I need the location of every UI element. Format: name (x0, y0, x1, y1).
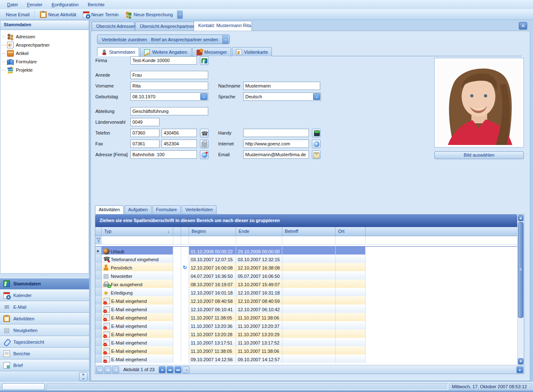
table-row[interactable]: ▶Urlaub01.10.2008 00:00:2229.10.2008 00:… (95, 246, 517, 255)
mobile-button[interactable] (312, 129, 321, 137)
subtab-visitenkarte[interactable]: Visitenkarte (232, 47, 272, 56)
grid-vertical-scrollbar[interactable]: ▲ ▼ (517, 215, 524, 365)
table-row[interactable]: ☎Telefonanruf eingehend03.10.2007 12:07:… (95, 255, 517, 263)
close-tab-icon[interactable]: ✕ (519, 22, 527, 30)
actions-dropdown-button[interactable] (222, 35, 229, 44)
table-row[interactable]: E-Mail eingehend11.10.2007 13:17:5111.10… (95, 338, 517, 346)
column-header-beginn[interactable]: Beginn (189, 227, 236, 236)
pager-next-button[interactable] (159, 366, 166, 373)
chevron-down-icon[interactable] (200, 93, 207, 100)
new-appointment-button[interactable]: Neuer Termin (80, 10, 122, 19)
handy-field[interactable] (243, 129, 309, 137)
firma-field[interactable] (130, 56, 197, 65)
send-letter-button[interactable]: Brief an Ansprechpartner senden (151, 37, 222, 42)
filter-cell[interactable] (181, 236, 189, 244)
nav-item-berichte[interactable]: Berichte (0, 348, 89, 360)
dial-phone-button[interactable]: ☎ (200, 129, 209, 137)
collapse-chevrons-button[interactable]: »⌄ (79, 372, 87, 381)
abteilung-field[interactable] (130, 107, 208, 115)
chevron-down-icon[interactable] (313, 93, 320, 100)
subtab-messenger[interactable]: Messenger (192, 47, 231, 56)
nav-item-brief[interactable]: Brief (0, 360, 89, 371)
tree-item-formulare[interactable]: Formulare (1, 57, 88, 66)
new-email-button[interactable]: Neue Email (2, 10, 33, 19)
filter-cell[interactable] (102, 236, 173, 244)
table-row[interactable]: E-Mail eingehend11.10.2007 11:38:0511.10… (95, 313, 517, 321)
select-image-button[interactable]: Bild auswählen (434, 151, 524, 159)
send-fax-button[interactable] (200, 140, 209, 148)
geburtstag-datepicker[interactable]: 08.10.1970 (130, 92, 208, 101)
scroll-down-icon[interactable]: ▼ (518, 358, 523, 365)
pager-prev-page-button[interactable] (104, 366, 111, 373)
scroll-up-icon[interactable]: ▲ (518, 215, 523, 221)
telefon-vorwahl-field[interactable] (130, 129, 159, 137)
column-header-typ[interactable]: Typ (102, 227, 173, 236)
adresse-firma-field[interactable] (130, 150, 197, 159)
internet-field[interactable] (243, 140, 309, 148)
nav-item-neuigkeiten[interactable]: ▤ Neuigkeiten (0, 325, 89, 336)
anrede-field[interactable] (130, 71, 208, 79)
telefon-nummer-field[interactable] (162, 129, 197, 137)
send-email-button[interactable] (312, 150, 321, 159)
table-row[interactable]: E-Mail eingehend11.10.2007 11:38:0511.10… (95, 346, 517, 355)
tab-verteilerlisten[interactable]: Verteilerlisten (182, 205, 217, 214)
tab-uebersicht-adressen[interactable]: Übersicht Adressen (92, 22, 134, 31)
filter-cell[interactable] (336, 236, 366, 244)
hscroll-left-icon[interactable] (182, 366, 189, 373)
subtab-weitere-angaben[interactable]: Weitere Angaben (140, 47, 191, 56)
column-header-ende[interactable]: Ende (236, 227, 282, 236)
tab-aktivitaeten[interactable]: Aktivitäten (95, 205, 124, 214)
grid-filter-row[interactable] (95, 236, 517, 245)
nav-item-stammdaten[interactable]: Stammdaten (0, 278, 89, 290)
nav-item-kalender[interactable]: Kalender (0, 290, 89, 301)
sprache-select[interactable]: Deutsch (243, 92, 321, 101)
filter-cell[interactable] (236, 236, 282, 244)
column-header-ort[interactable]: Ort (336, 227, 366, 236)
hscroll-right-icon[interactable] (516, 366, 523, 373)
filter-cell[interactable] (189, 236, 236, 244)
tree-item-adressen[interactable]: Adressen (1, 32, 88, 41)
scrollbar-thumb[interactable] (518, 222, 523, 318)
tree-item-artikel[interactable]: Artikel (1, 49, 88, 57)
tab-kontakt-mustermann-rita[interactable]: Kontakt: Mustermann Rita (194, 21, 252, 31)
table-row[interactable]: Persönlich↻12.10.2007 16:00:0812.10.2007… (95, 263, 517, 271)
tab-formulare[interactable]: Formulare (152, 205, 181, 214)
fax-vorwahl-field[interactable] (130, 140, 159, 148)
menu-berichte[interactable]: Berichte (83, 1, 109, 8)
vorname-field[interactable] (130, 82, 208, 90)
assign-distribution-list-button[interactable]: Verteilerliste zuordnen (102, 37, 151, 42)
pager-next-page-button[interactable] (167, 366, 174, 373)
column-header-attach[interactable] (173, 227, 181, 236)
email-field[interactable] (243, 150, 309, 159)
open-website-button[interactable] (312, 140, 321, 148)
tab-uebersicht-ansprechpartner[interactable]: Übersicht Ansprechpartner (135, 22, 197, 31)
table-row[interactable]: ★Erledigung12.10.2007 16:01:1812.10.2007… (95, 288, 517, 296)
firma-lookup-button[interactable] (200, 56, 209, 65)
menu-datei[interactable]: Datei (2, 1, 22, 8)
fax-nummer-field[interactable] (162, 140, 197, 148)
new-activity-button[interactable]: Neue Aktivität (37, 10, 80, 19)
nav-item-aktivitaeten[interactable]: Aktivitäten (0, 313, 89, 325)
subtab-stammdaten[interactable]: Stammdaten (97, 47, 139, 56)
tree-item-ansprechpartner[interactable]: Ansprechpartner (1, 41, 88, 49)
table-row[interactable]: E-Mail eingehend12.10.2007 08:40:5812.10… (95, 296, 517, 305)
table-row[interactable]: ▤Newsletter04.07.2007 16:36:5005.07.2007… (95, 271, 517, 280)
nav-item-email[interactable]: ✉ E-Mail (0, 301, 89, 313)
pager-last-button[interactable] (174, 366, 182, 373)
tab-aufgaben[interactable]: Aufgaben (125, 205, 152, 214)
splitter-grip[interactable]: ····· (0, 274, 89, 278)
nachname-field[interactable] (243, 82, 320, 90)
show-map-button[interactable] (200, 150, 209, 159)
menu-fenster[interactable]: Fenster (22, 1, 47, 8)
filter-cell[interactable] (173, 236, 181, 244)
table-row[interactable]: Fax ausgehend08.10.2007 16:19:0713.10.20… (95, 280, 517, 288)
column-header-recurrence[interactable] (181, 227, 189, 236)
laendervorwahl-field[interactable] (130, 118, 159, 126)
table-row[interactable]: E-Mail eingehend12.10.2007 06:10:4112.10… (95, 305, 517, 313)
menu-konfiguration[interactable]: Konfiguration (47, 1, 83, 8)
column-header-betreff[interactable]: Betreff (282, 227, 336, 236)
new-meeting-button[interactable]: Neue Besprechung (122, 10, 176, 19)
tree-item-projekte[interactable]: Projekte (1, 66, 88, 74)
table-row[interactable]: E-Mail eingehend11.10.2007 13:20:2811.10… (95, 330, 517, 338)
pager-first-button[interactable] (96, 366, 103, 373)
